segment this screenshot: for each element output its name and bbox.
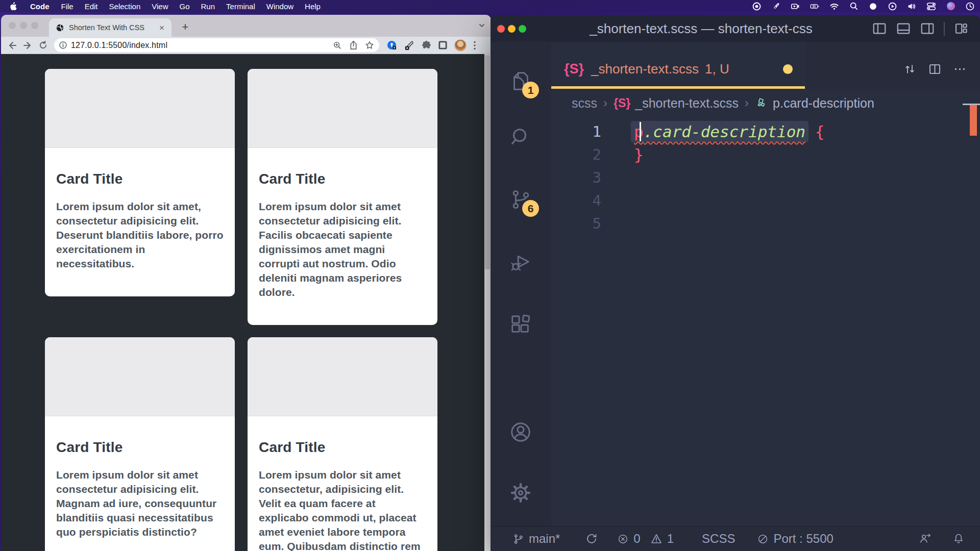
source-control-icon[interactable]: 6 — [509, 188, 532, 211]
minimize-window-button[interactable] — [20, 22, 27, 29]
clock-icon[interactable] — [965, 2, 975, 11]
settings-gear-icon[interactable] — [509, 481, 532, 505]
editor-tab-shorten-text[interactable]: {S} _shorten-text.scss 1, U — [551, 42, 805, 89]
menu-edit[interactable]: Edit — [79, 2, 104, 11]
card-4-description: Lorem ipsum dolor sit amet consectetur, … — [259, 468, 426, 551]
zoom-window-button[interactable] — [519, 25, 526, 33]
zoom-icon[interactable] — [333, 41, 342, 50]
editor-more-actions-icon[interactable] — [953, 62, 967, 76]
back-button[interactable] — [6, 39, 18, 52]
share-icon[interactable] — [349, 40, 358, 50]
live-server-port: Port : 5500 — [773, 532, 833, 546]
breadcrumb-file[interactable]: _shorten-text.scss — [635, 96, 739, 111]
customize-layout-icon[interactable] — [953, 21, 969, 36]
screen-mirroring-icon[interactable] — [888, 2, 897, 11]
code-line-4[interactable]: 4 — [551, 189, 980, 212]
extensions-icon[interactable] — [509, 313, 532, 336]
breadcrumb-separator: › — [745, 96, 749, 110]
close-window-button[interactable] — [497, 25, 505, 33]
explorer-icon[interactable]: 1 — [509, 69, 532, 93]
browser-tab[interactable]: Shorten Text With CSS × — [49, 18, 172, 37]
menu-run[interactable]: Run — [195, 2, 221, 11]
notifications-status[interactable] — [952, 533, 965, 545]
code-line-3[interactable]: 3 — [551, 166, 980, 189]
new-tab-button[interactable]: + — [179, 21, 192, 33]
reload-button[interactable] — [37, 39, 49, 52]
battery-icon[interactable] — [810, 2, 820, 11]
browser-tab-title: Shorten Text With CSS — [69, 23, 157, 32]
branch-status[interactable]: main* — [512, 532, 560, 546]
control-center-icon[interactable] — [926, 2, 936, 11]
line-number: 3 — [551, 166, 610, 189]
code-token-close-brace: } — [610, 143, 644, 166]
display-dot-icon[interactable] — [868, 2, 878, 11]
run-debug-icon[interactable] — [509, 251, 532, 274]
open-changes-icon[interactable] — [903, 62, 917, 76]
eyedropper-extension-icon[interactable] — [404, 40, 414, 51]
extensions-puzzle-icon[interactable] — [421, 40, 431, 51]
site-info-icon[interactable] — [59, 41, 67, 49]
feedback-status[interactable] — [919, 533, 932, 545]
vscode-traffic-lights[interactable] — [491, 25, 537, 33]
card-4-image-placeholder — [248, 337, 437, 416]
wifi-icon[interactable] — [829, 2, 839, 11]
problems-status[interactable]: 0 1 — [617, 532, 674, 546]
split-editor-icon[interactable] — [928, 62, 942, 76]
apple-menu-icon[interactable] — [0, 2, 24, 11]
account-icon[interactable] — [509, 420, 532, 444]
extension-square-icon[interactable] — [438, 40, 448, 50]
breadcrumb-folder[interactable]: scss — [572, 96, 597, 111]
breadcrumb-symbol[interactable]: p.card-description — [773, 96, 874, 111]
zoom-window-button[interactable] — [31, 22, 38, 29]
menu-terminal[interactable]: Terminal — [220, 2, 261, 11]
screen-video-icon[interactable] — [791, 2, 800, 11]
live-server-status[interactable]: Port : 5500 — [757, 532, 833, 546]
tab-problems-git-decoration: 1, U — [705, 61, 729, 77]
sync-status[interactable] — [585, 533, 598, 545]
menubar-app-name[interactable]: Code — [24, 2, 56, 11]
toggle-secondary-sidebar-icon[interactable] — [920, 21, 935, 36]
forward-button[interactable] — [21, 39, 34, 52]
page-scrollbar[interactable] — [484, 54, 491, 551]
menu-view[interactable]: View — [146, 2, 174, 11]
menu-selection[interactable]: Selection — [104, 2, 146, 11]
url-text[interactable]: 127.0.0.1:5500/index.html — [71, 41, 333, 50]
spotlight-search-icon[interactable] — [849, 2, 859, 11]
toggle-primary-sidebar-icon[interactable] — [872, 21, 887, 36]
close-window-button[interactable] — [9, 22, 16, 29]
code-editor[interactable]: 1 p.card-description { 2 } 3 4 5 — [551, 117, 980, 526]
menu-file[interactable]: File — [56, 2, 79, 11]
search-icon[interactable] — [509, 126, 532, 149]
password-manager-extension-icon[interactable] — [386, 40, 397, 51]
menu-help[interactable]: Help — [299, 2, 326, 11]
globe-favicon-icon — [56, 23, 64, 32]
address-bar[interactable]: 127.0.0.1:5500/index.html — [54, 38, 379, 52]
language-mode[interactable]: SCSS — [702, 532, 735, 546]
profile-avatar[interactable] — [454, 39, 467, 52]
menu-go[interactable]: Go — [174, 2, 195, 11]
minimize-window-button[interactable] — [508, 25, 516, 33]
siri-icon[interactable] — [946, 2, 955, 11]
code-line-2[interactable]: 2 } — [551, 143, 980, 166]
bookmark-star-icon[interactable] — [365, 41, 374, 50]
page-scrollbar-thumb[interactable] — [485, 55, 490, 269]
text-cursor — [640, 122, 641, 141]
volume-icon[interactable] — [907, 2, 917, 11]
tab-search-chevron-icon[interactable] — [478, 22, 486, 29]
close-tab-icon[interactable]: × — [157, 22, 166, 33]
card-1-title: Card Title — [56, 171, 224, 187]
circle-slash-icon — [757, 533, 769, 545]
browser-menu-icon[interactable] — [473, 40, 476, 51]
card-1: Card Title Lorem ipsum dolor sit amet, c… — [45, 69, 235, 296]
code-line-1[interactable]: 1 p.card-description { — [551, 120, 980, 143]
line-number: 2 — [551, 143, 610, 166]
card-4: Card Title Lorem ipsum dolor sit amet co… — [248, 337, 437, 551]
code-line-5[interactable]: 5 — [551, 212, 980, 235]
vscode-window-title: _shorten-text.scss — shorten-text-css — [537, 21, 865, 37]
record-icon[interactable] — [752, 2, 762, 11]
unsaved-changes-dot-icon[interactable] — [783, 64, 793, 74]
browser-traffic-lights[interactable] — [9, 22, 38, 29]
menu-window[interactable]: Window — [261, 2, 299, 11]
toggle-panel-icon[interactable] — [896, 21, 911, 36]
rocket-icon[interactable] — [771, 2, 781, 11]
